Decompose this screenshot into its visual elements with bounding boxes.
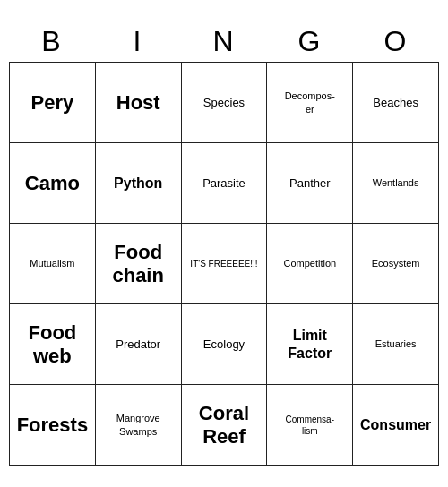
bingo-card: BINGO PeryHostSpeciesDecompos- erBeaches… [9, 21, 439, 466]
cell-r0-c0: Pery [10, 63, 96, 143]
bingo-grid: PeryHostSpeciesDecompos- erBeachesCamoPy… [9, 62, 439, 466]
cell-r1-c4: Wentlands [353, 143, 439, 224]
bingo-header: BINGO [9, 21, 439, 62]
cell-text-r1-c1: Python [114, 175, 162, 192]
header-letter-G: G [267, 21, 353, 62]
header-letter-B: B [9, 21, 95, 62]
cell-r4-c0: Forests [10, 385, 96, 466]
cell-r2-c0: Mutualism [10, 224, 96, 304]
cell-r4-c1: Mangrove Swamps [96, 385, 182, 466]
cell-r3-c0: Food web [10, 304, 96, 385]
cell-text-r1-c4: Wentlands [373, 176, 419, 189]
cell-text-r4-c0: Forests [17, 414, 88, 436]
cell-text-r1-c3: Panther [289, 176, 331, 191]
cell-r0-c2: Species [182, 63, 268, 143]
cell-text-r0-c2: Species [203, 96, 245, 110]
cell-text-r3-c3: Limit Factor [270, 327, 349, 361]
cell-text-r2-c1: Food chain [99, 241, 178, 286]
cell-text-r3-c0: Food web [13, 321, 92, 367]
cell-r2-c4: Ecosystem [353, 224, 439, 304]
cell-r2-c2: IT'S FREEEEE!!! [182, 224, 268, 304]
cell-text-r2-c0: Mutualism [30, 257, 74, 269]
cell-r1-c3: Panther [267, 143, 353, 224]
cell-text-r0-c0: Pery [31, 91, 74, 114]
cell-text-r3-c1: Predator [116, 337, 160, 352]
cell-r1-c1: Python [96, 143, 182, 224]
cell-text-r2-c2: IT'S FREEEEE!!! [190, 258, 257, 269]
cell-text-r0-c4: Beaches [373, 96, 418, 110]
cell-r3-c3: Limit Factor [267, 304, 353, 385]
cell-text-r2-c3: Competition [283, 257, 336, 269]
cell-text-r4-c3: Commensa- lism [286, 414, 334, 437]
cell-text-r0-c3: Decompos- er [285, 90, 335, 115]
cell-text-r4-c2: Coral Reef [185, 402, 264, 448]
cell-r1-c2: Parasite [182, 143, 268, 224]
cell-r3-c4: Estuaries [353, 304, 439, 385]
cell-text-r3-c2: Ecology [203, 337, 245, 352]
cell-r4-c3: Commensa- lism [267, 385, 353, 466]
header-letter-I: I [95, 21, 181, 62]
cell-r0-c1: Host [96, 63, 182, 143]
cell-r4-c2: Coral Reef [182, 385, 268, 466]
cell-text-r1-c2: Parasite [202, 176, 246, 191]
cell-text-r0-c1: Host [116, 91, 160, 114]
cell-r3-c1: Predator [96, 304, 182, 385]
cell-r0-c4: Beaches [353, 63, 439, 143]
cell-r4-c4: Consumer [353, 385, 439, 466]
cell-text-r3-c4: Estuaries [375, 337, 417, 350]
cell-r0-c3: Decompos- er [267, 63, 353, 143]
cell-text-r2-c4: Ecosystem [372, 257, 420, 269]
cell-text-r4-c1: Mangrove Swamps [99, 412, 178, 438]
cell-r2-c3: Competition [267, 224, 353, 304]
header-letter-O: O [353, 21, 439, 62]
header-letter-N: N [181, 21, 267, 62]
cell-r1-c0: Camo [10, 143, 96, 224]
cell-r2-c1: Food chain [96, 224, 182, 304]
cell-text-r1-c0: Camo [25, 172, 80, 194]
cell-r3-c2: Ecology [182, 304, 268, 385]
cell-text-r4-c4: Consumer [360, 416, 431, 433]
